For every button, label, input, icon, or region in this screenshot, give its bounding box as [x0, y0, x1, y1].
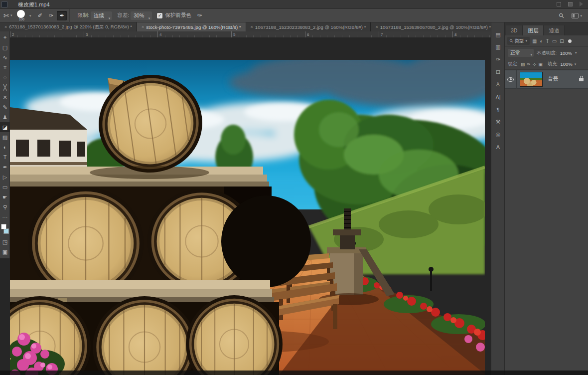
- lock-position-icon[interactable]: ⊹: [533, 62, 537, 67]
- lock-image-icon[interactable]: ✑: [527, 62, 531, 67]
- limits-dropdown[interactable]: 连续 ▾: [91, 11, 112, 20]
- healing-brush-tool[interactable]: ✕: [0, 92, 10, 102]
- lock-transparency-icon[interactable]: ▨: [521, 62, 525, 67]
- clone-source-panel-icon[interactable]: ⊡: [491, 66, 505, 78]
- tab-label: stock-photo-73975485.jpg @ 160%(RGB/8) *: [146, 24, 241, 30]
- pen-tool[interactable]: ✒: [0, 162, 10, 172]
- photo-canvas[interactable]: [10, 60, 485, 375]
- app-icon: [1, 1, 7, 7]
- protect-foreground-group[interactable]: ✓ 保护前景色: [157, 12, 191, 19]
- sampling-continuous-button[interactable]: ✐: [35, 11, 45, 20]
- chevron-down-icon: ▾: [580, 14, 582, 18]
- tolerance-group: 容差: 30% ▾: [117, 11, 152, 20]
- marquee-tool[interactable]: ▢: [0, 42, 10, 52]
- fill-value[interactable]: 100%: [560, 61, 572, 67]
- path-selection-tool[interactable]: ▷: [0, 172, 10, 182]
- ruler-number: 8: [454, 32, 456, 37]
- document-tab[interactable]: × 673188_153701360083_2.jpg @ 220% (图层 0…: [0, 22, 137, 31]
- airbrush-pressure-icon[interactable]: ✑: [197, 12, 202, 19]
- filter-pixel-layers-icon[interactable]: ▦: [532, 38, 537, 44]
- active-tool-badge[interactable]: ✄ ▾: [0, 12, 12, 19]
- filter-kind-label: 类型: [515, 38, 524, 44]
- tab-close-icon[interactable]: ×: [375, 24, 378, 29]
- more-tools-button[interactable]: ⋯: [0, 212, 10, 222]
- foreground-color-swatch[interactable]: [1, 224, 6, 229]
- document-tab[interactable]: × 10673188_152302338083_2.jpg @ 160%(RGB…: [246, 22, 371, 31]
- crop-tool[interactable]: ⌗: [0, 62, 10, 72]
- filter-smart-objects-icon[interactable]: ⊡: [560, 38, 564, 44]
- brush-preset-picker[interactable]: 100 ▾: [15, 9, 28, 22]
- move-tool[interactable]: ⌖: [0, 32, 10, 42]
- shape-tool[interactable]: ▭: [0, 182, 10, 192]
- filter-type-layers-icon[interactable]: T: [546, 38, 549, 44]
- layer-filter-dropdown[interactable]: ⚲ 类型 ▾: [507, 37, 530, 45]
- dodge-tool[interactable]: ◐: [0, 142, 10, 152]
- protect-foreground-checkbox[interactable]: ✓: [157, 13, 162, 18]
- tab-close-icon[interactable]: ×: [142, 24, 144, 29]
- lock-all-icon[interactable]: ▣: [538, 62, 543, 67]
- opacity-value[interactable]: 100%: [560, 50, 572, 56]
- layer-thumbnail[interactable]: [520, 72, 543, 87]
- tab-label: 10673188_152302338083_2.jpg @ 160%(RGB/8…: [255, 24, 366, 30]
- document-tab-bar: × 673188_153701360083_2.jpg @ 220% (图层 0…: [0, 22, 491, 31]
- clone-stamp-tool[interactable]: ♟: [0, 112, 10, 122]
- layer-row-background[interactable]: 背景: [505, 70, 588, 89]
- maximize-icon[interactable]: [568, 2, 573, 6]
- type-tool[interactable]: T: [0, 152, 10, 162]
- zoom-tool[interactable]: ⚲: [0, 202, 10, 212]
- tool-presets-panel-icon[interactable]: ⚒: [491, 116, 505, 128]
- play-icon[interactable]: [580, 1, 583, 6]
- opacity-label: 不透明度:: [537, 50, 557, 56]
- screen-mode-button[interactable]: ▣: [0, 247, 10, 257]
- photoshop-window: 橡皮擦1.mp4 ✄ ▾ 100 ▾ ✐✑✒ 限制: 连续 ▾ 容差:: [0, 0, 588, 375]
- workspace-switcher[interactable]: ▾: [572, 13, 582, 18]
- divider: [69, 9, 70, 22]
- filter-shape-layers-icon[interactable]: ▭: [552, 38, 557, 44]
- document-tab-active[interactable]: × stock-photo-73975485.jpg @ 160%(RGB/8)…: [137, 22, 246, 31]
- character-styles-panel-icon[interactable]: ♙: [491, 78, 505, 91]
- blend-mode-row: 正常 ▾ 不透明度: 100% ▾: [505, 47, 588, 59]
- search-icon[interactable]: ⚲: [557, 11, 566, 20]
- brush-settings-panel-icon[interactable]: ✑: [491, 53, 505, 66]
- chevron-down-icon: ▾: [29, 14, 31, 18]
- eraser-tool[interactable]: ◪: [0, 122, 10, 132]
- sampling-background-swatch-button[interactable]: ✒: [57, 11, 67, 20]
- gradient-tool[interactable]: ▨: [0, 132, 10, 142]
- ruler-number: 3: [86, 32, 88, 37]
- magic-wand-tool[interactable]: ╳: [0, 82, 10, 92]
- tab-3d[interactable]: 3D: [506, 25, 523, 35]
- filter-toggle[interactable]: [568, 39, 572, 43]
- tolerance-dropdown[interactable]: 30% ▾: [131, 11, 152, 20]
- glyphs-panel-icon[interactable]: A: [491, 141, 505, 153]
- document-tab[interactable]: × 10673188_153639067080_2.jpg @ 100%(RGB…: [371, 22, 491, 31]
- hand-tool[interactable]: ☛: [0, 192, 10, 202]
- background-eraser-icon: ✄: [3, 12, 9, 19]
- layer-visibility-cell[interactable]: [505, 70, 517, 89]
- layers-panel: 3D 图层 通道 ⚲ 类型 ▾ ▦◐T▭⊡ 正常 ▾ 不透明度: 100% ▾ …: [504, 22, 588, 375]
- options-bar-right: ⚲ ▾: [559, 9, 582, 22]
- tab-layers[interactable]: 图层: [523, 25, 544, 35]
- masks-panel-icon[interactable]: ◎: [491, 128, 505, 141]
- tab-close-icon[interactable]: ×: [4, 24, 7, 29]
- quick-selection-tool[interactable]: ◌: [0, 72, 10, 82]
- options-bar: ✄ ▾ 100 ▾ ✐✑✒ 限制: 连续 ▾ 容差: 30% ▾ ✓ 保护前景色: [0, 9, 588, 22]
- quick-mask-button[interactable]: ◳: [0, 237, 10, 247]
- color-swatches[interactable]: [0, 223, 10, 236]
- character-panel-icon[interactable]: A|: [491, 91, 505, 103]
- navigator-panel-icon[interactable]: ▤: [491, 28, 505, 41]
- minimize-icon[interactable]: [557, 2, 561, 6]
- tab-close-icon[interactable]: ×: [251, 24, 253, 29]
- sampling-once-button[interactable]: ✑: [46, 11, 56, 20]
- lasso-tool[interactable]: ∿: [0, 52, 10, 62]
- swatches-panel-icon[interactable]: ▥: [491, 41, 505, 53]
- paragraph-panel-icon[interactable]: ¶: [491, 103, 505, 116]
- brush-tool[interactable]: ✎: [0, 102, 10, 112]
- tab-channels[interactable]: 通道: [544, 25, 565, 35]
- fill-label: 填充:: [548, 61, 559, 67]
- lock-icon: [579, 78, 584, 81]
- blend-mode-dropdown[interactable]: 正常 ▾: [508, 49, 534, 57]
- filter-adjustment-layers-icon[interactable]: ◐: [540, 38, 543, 44]
- ruler-number: 5: [233, 32, 235, 37]
- tab-label: 10673188_153639067080_2.jpg @ 100%(RGB/8…: [380, 24, 491, 30]
- blend-mode-value: 正常: [510, 50, 520, 55]
